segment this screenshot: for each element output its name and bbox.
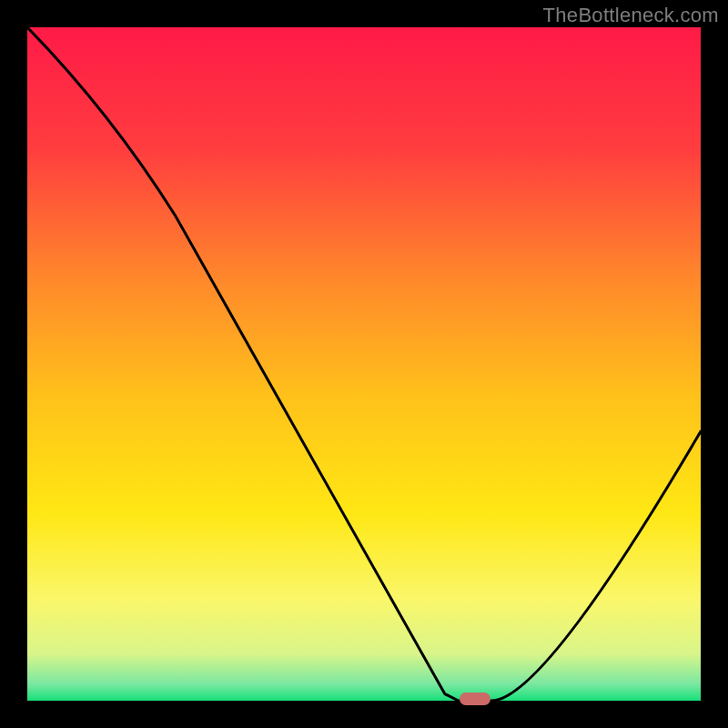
optimal-marker: [460, 693, 490, 705]
plot-area: [27, 27, 701, 701]
plot-svg: [27, 27, 701, 701]
chart-frame: TheBottleneck.com: [0, 0, 728, 728]
gradient-background: [27, 27, 701, 701]
watermark-text: TheBottleneck.com: [543, 4, 719, 27]
